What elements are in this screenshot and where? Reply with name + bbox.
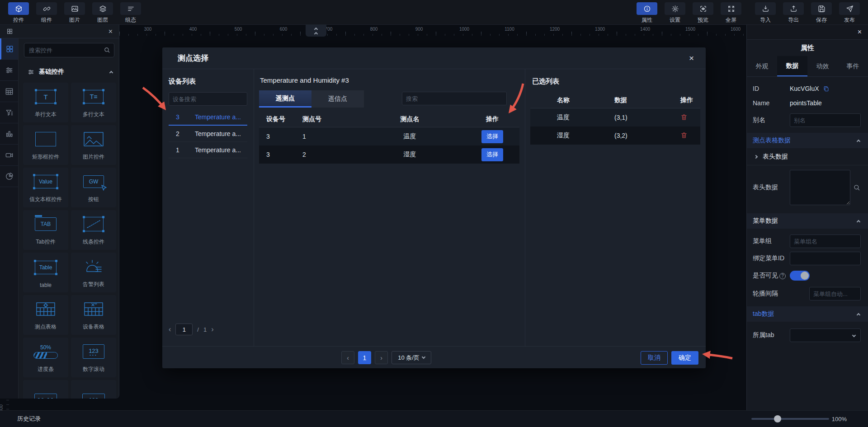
toolbar-item-layers[interactable]: 图层 (89, 2, 117, 24)
device-row[interactable]: 1 Temperature a... (169, 142, 247, 158)
section-points-table-data[interactable]: 测点表格数据 (747, 133, 868, 148)
widget-table[interactable]: Table table (23, 253, 68, 292)
search-icon[interactable] (853, 184, 860, 191)
zoom-slider-knob[interactable] (774, 415, 781, 422)
toolbar-item-properties[interactable]: 属性 (633, 2, 661, 24)
device-row-selected[interactable]: 3 Temperature a... (169, 109, 247, 126)
next-page-button[interactable]: › (375, 351, 388, 364)
toolbar-item-preview[interactable]: 预览 (689, 2, 717, 24)
widget-device-table[interactable]: 设备表格 (71, 295, 116, 335)
widget-image[interactable]: 图片控件 (71, 125, 116, 165)
section-menu-data[interactable]: 菜单数据 (747, 213, 868, 229)
device-search-input[interactable] (169, 92, 247, 106)
points-search-input[interactable] (402, 92, 507, 105)
cell-point: 2 (302, 151, 354, 158)
grid-icon (5, 45, 14, 53)
toolbar-label: 发布 (844, 16, 855, 24)
tab-telesignal[interactable]: 遥信点 (311, 90, 364, 108)
widget-label: 告警列表 (83, 281, 104, 288)
alias-input[interactable] (790, 113, 861, 127)
sidebar-close-icon[interactable]: × (108, 28, 113, 35)
device-row[interactable]: 2 Temperature a... (169, 126, 247, 142)
owner-tab-value[interactable] (790, 328, 861, 342)
owner-tab-select[interactable] (790, 328, 861, 342)
toolbar-item-scada[interactable]: 组态 (117, 2, 145, 24)
col-name: 名称 (557, 96, 614, 104)
widget-progress-bar[interactable]: 50% 进度条 (23, 338, 68, 377)
widget-label: Tab控件 (36, 238, 55, 246)
ruler-collapse-button[interactable] (306, 25, 326, 37)
delete-icon[interactable] (680, 131, 688, 139)
widget-line[interactable]: 线条控件 (71, 210, 116, 250)
history-label[interactable]: 历史记录 (17, 415, 41, 423)
toolbar-item-export[interactable]: 导出 (779, 2, 807, 24)
select-button[interactable]: 选择 (481, 130, 503, 143)
prev-page-button[interactable]: ‹ (341, 351, 354, 364)
widget-button[interactable]: GW 按钮 (71, 168, 116, 207)
widget-alarm-list[interactable]: 告警列表 (71, 253, 116, 292)
widget-number-scroll[interactable]: 123••• 数字滚动 (71, 338, 116, 377)
zoom-slider[interactable] (751, 418, 829, 420)
widget-rectangle[interactable]: 矩形框控件 (23, 125, 68, 165)
modal-close-icon[interactable]: × (689, 54, 694, 62)
cell-name: 温度 (354, 132, 465, 141)
toolbar-item-images[interactable]: 图片 (61, 2, 89, 24)
current-page-box[interactable]: 1 (175, 324, 193, 335)
widget-search-input[interactable] (24, 43, 114, 57)
category-pie[interactable] (0, 166, 18, 187)
category-basic-widgets[interactable] (0, 38, 18, 60)
widget-multi-line-text[interactable]: T≡ 多行文本 (71, 83, 116, 122)
widget-value-textbox[interactable]: Value 值文本框控件 (23, 168, 68, 207)
tab-data[interactable]: 数据 (777, 56, 807, 76)
widget-points-table[interactable]: 测点表格 (23, 295, 68, 335)
ruler-label: 1200 (550, 27, 560, 32)
section-tab-data[interactable]: tab数据 (747, 306, 868, 322)
bind-menu-row: 绑定菜单ID (747, 251, 868, 266)
category-charts[interactable] (0, 123, 18, 145)
page-size-select[interactable]: 10 条/页 (392, 351, 431, 364)
category-tables[interactable] (0, 81, 18, 102)
copy-icon[interactable] (823, 85, 830, 92)
cancel-button[interactable]: 取消 (641, 351, 668, 365)
widget-tab[interactable]: TAB Tab控件 (23, 210, 68, 250)
section-basic-widgets[interactable]: 基础控件 (22, 64, 116, 80)
device-table-icon (84, 302, 103, 316)
toolbar-item-fullscreen[interactable]: 全屏 (717, 2, 745, 24)
tab-animation[interactable]: 动效 (807, 56, 838, 76)
tab-telemetry[interactable]: 遥测点 (259, 90, 311, 108)
widget-single-line-text[interactable]: T 单行文本 (23, 83, 68, 122)
header-data-collapse[interactable]: 表头数据 (747, 148, 868, 165)
toolbar-item-settings[interactable]: 设置 (661, 2, 689, 24)
panel-close-icon[interactable]: × (858, 28, 862, 36)
tab-events[interactable]: 事件 (838, 56, 868, 76)
tab-appearance[interactable]: 外观 (747, 56, 777, 76)
category-filter[interactable] (0, 102, 18, 123)
widget-number-display[interactable]: 123 (71, 380, 116, 399)
toolbar-item-widgets[interactable]: 控件 (5, 2, 33, 24)
confirm-button[interactable]: 确定 (671, 351, 698, 365)
toolbar-item-save[interactable]: 保存 (807, 2, 835, 24)
toolbar-item-components[interactable]: 组件 (33, 2, 61, 24)
category-controls[interactable] (0, 60, 18, 81)
header-data-textarea[interactable] (790, 170, 850, 205)
tab-top-bar (35, 215, 42, 217)
toolbar-item-publish[interactable]: 发布 (835, 2, 863, 24)
current-page-button[interactable]: 1 (358, 351, 371, 364)
search-icon (104, 47, 110, 53)
chevron-right-icon (754, 155, 758, 158)
chevron-up-icon (109, 70, 113, 74)
menu-group-label: 菜单组 (753, 237, 790, 245)
menu-group-input[interactable] (790, 235, 861, 248)
widget-time-display[interactable]: 08:00 (23, 380, 68, 399)
toolbar-item-import[interactable]: 导入 (751, 2, 779, 24)
next-page-icon[interactable]: › (211, 326, 213, 333)
select-button[interactable]: 选择 (481, 148, 503, 161)
toolbar-left-group: 控件 组件 图片 图层 (0, 0, 145, 24)
prev-page-icon[interactable]: ‹ (169, 326, 171, 333)
category-media[interactable] (0, 145, 18, 166)
interval-input[interactable] (809, 287, 861, 300)
bind-menu-input[interactable] (790, 252, 861, 265)
visible-toggle[interactable] (790, 271, 810, 281)
delete-icon[interactable] (680, 113, 688, 121)
help-icon[interactable]: ? (779, 273, 786, 279)
